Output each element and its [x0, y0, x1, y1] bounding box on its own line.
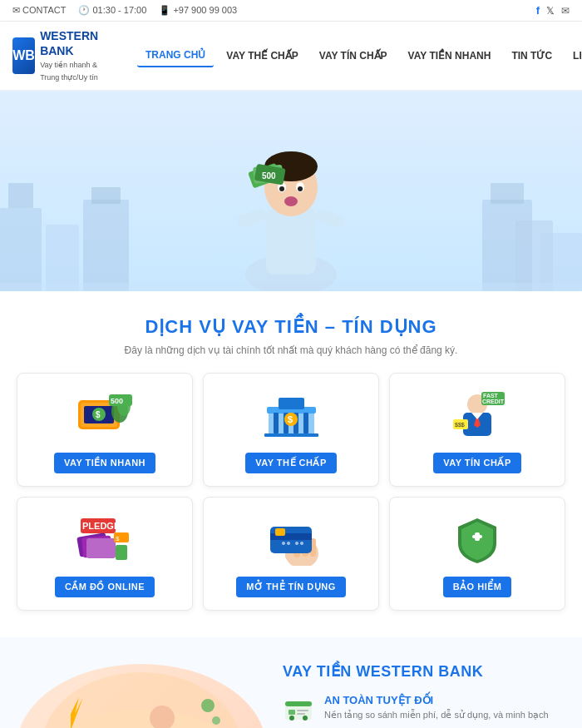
svg-rect-111 [297, 713, 305, 715]
top-bar: ✉ CONTACT 🕐 01:30 - 17:00 📱 +97 900 99 0… [0, 0, 582, 22]
nav-lien-he[interactable]: LIÊN HỆ [565, 45, 582, 67]
svg-rect-3 [46, 225, 79, 291]
svg-rect-44 [264, 433, 318, 437]
social-mail[interactable]: ✉ [561, 5, 570, 17]
service-icon-mo-the-tin-dung [258, 510, 324, 568]
svg-text:PLEDGE: PLEDGE [82, 521, 120, 531]
nav-trang-chu[interactable]: TRANG CHỦ [137, 44, 214, 67]
hours-label: 🕐 01:30 - 17:00 [78, 5, 146, 16]
social-tw[interactable]: 𝕏 [546, 5, 555, 17]
hero-person-illustration: 500 [220, 100, 362, 291]
service-icon-vay-tien-nhanh: $ 500 [72, 386, 138, 444]
svg-rect-12 [266, 208, 316, 275]
svg-rect-59 [86, 538, 116, 558]
svg-point-19 [284, 196, 298, 206]
svg-rect-20 [236, 207, 268, 229]
service-card-vay-tin-chap[interactable]: FAST CREDIT $$$ VAY TÍN CHẤP [389, 373, 565, 487]
btn-vay-the-chap[interactable]: VAY THẾ CHẤP [245, 453, 337, 473]
svg-text:500: 500 [111, 397, 123, 405]
svg-text:$$$: $$$ [455, 422, 465, 428]
nav-vay-the-chap[interactable]: VAY THẾ CHẤP [218, 45, 306, 67]
service-card-cam-do-online[interactable]: PLEDGE $ CẦM ĐỒ ONLINE [17, 497, 193, 611]
svg-rect-78 [476, 533, 479, 540]
svg-point-71 [282, 542, 285, 545]
svg-text:$: $ [96, 410, 101, 419]
features-illustration [17, 664, 266, 728]
social-fb[interactable]: f [536, 4, 540, 17]
svg-text:500: 500 [262, 171, 276, 181]
svg-rect-2 [8, 183, 33, 208]
top-bar-right: f 𝕏 ✉ [536, 4, 570, 17]
nav-tin-tuc[interactable]: TIN TỨC [503, 45, 560, 67]
logo-icon: WB [12, 37, 35, 74]
svg-point-103 [201, 699, 215, 712]
btn-bao-hiem[interactable]: BẢO HIỂM [443, 577, 512, 597]
svg-rect-9 [540, 233, 582, 291]
svg-rect-109 [289, 710, 295, 715]
btn-vay-tien-nhanh[interactable]: VAY TIỀN NHANH [54, 453, 155, 473]
services-title: DỊCH VỤ VAY TIỀN – TÍN DỤNG [17, 316, 565, 338]
svg-point-104 [212, 716, 220, 725]
feature-text-an-toan: AN TOÀN TUYỆT ĐỐI Nền tảng so sánh miễn … [324, 694, 549, 721]
svg-text:FAST: FAST [483, 393, 499, 399]
section-services: DỊCH VỤ VAY TIỀN – TÍN DỤNG Đây là những… [0, 291, 582, 637]
service-card-bao-hiem[interactable]: BẢO HIỂM [389, 497, 565, 611]
svg-point-112 [289, 716, 294, 721]
svg-rect-62 [116, 545, 127, 560]
svg-rect-38 [274, 413, 279, 433]
svg-rect-4 [83, 200, 129, 291]
service-icon-cam-do-online: PLEDGE $ [72, 510, 138, 568]
section-features: VAY TIỀN WESTERN BANK AN TOÀN TUYỆT ĐỐI … [0, 637, 582, 728]
features-title: VAY TIỀN WESTERN BANK [283, 662, 565, 681]
nav-links: TRANG CHỦ VAY THẾ CHẤP VAY TÍN CHẤP VAY … [137, 44, 582, 67]
svg-text:CREDIT: CREDIT [482, 399, 505, 404]
svg-text:$: $ [288, 414, 293, 424]
service-icon-vay-tin-chap: FAST CREDIT $$$ [444, 386, 510, 444]
svg-point-113 [303, 716, 308, 721]
nav-vay-tin-chap[interactable]: VAY TÍN CHẤP [311, 45, 396, 67]
svg-point-18 [298, 186, 303, 191]
svg-point-17 [279, 186, 284, 191]
service-card-mo-the-tin-dung[interactable]: MỞ THẺ TÍN DỤNG [203, 497, 379, 611]
svg-rect-7 [491, 183, 524, 204]
svg-rect-41 [303, 413, 308, 433]
svg-point-74 [300, 542, 303, 545]
svg-rect-37 [279, 398, 304, 409]
btn-mo-the-tin-dung[interactable]: MỞ THẺ TÍN DỤNG [236, 577, 346, 597]
phone-label[interactable]: 📱 +97 900 99 003 [159, 5, 237, 16]
svg-rect-108 [285, 701, 312, 706]
nav-vay-tien-nhanh[interactable]: VAY TIỀN NHANH [400, 45, 500, 67]
svg-point-73 [295, 542, 298, 545]
service-card-vay-tien-nhanh[interactable]: $ 500 VAY TIỀN NHANH [17, 373, 193, 487]
btn-vay-tin-chap[interactable]: VAY TÍN CHẤP [433, 453, 521, 473]
contact-label[interactable]: ✉ CONTACT [12, 5, 66, 16]
features-content: VAY TIỀN WESTERN BANK AN TOÀN TUYỆT ĐỐI … [283, 662, 565, 728]
logo[interactable]: WB WESTERN BANK Vay tiền nhanh & Trung t… [12, 28, 112, 83]
svg-text:$: $ [116, 535, 120, 542]
services-subtitle: Đây là những dịch vụ tài chính tốt nhất … [17, 344, 565, 356]
svg-rect-21 [314, 207, 346, 229]
navbar: WB WESTERN BANK Vay tiền nhanh & Trung t… [0, 22, 582, 92]
svg-rect-70 [275, 528, 285, 536]
svg-point-72 [287, 542, 290, 545]
svg-rect-5 [91, 187, 121, 204]
btn-cam-do-online[interactable]: CẦM ĐỒ ONLINE [55, 577, 155, 597]
hero-section: 500 [0, 92, 582, 291]
svg-rect-110 [297, 710, 308, 711]
services-grid-bottom: PLEDGE $ CẦM ĐỒ ONLINE [17, 497, 565, 611]
feature-item-an-toan: AN TOÀN TUYỆT ĐỐI Nền tảng so sánh miễn … [283, 694, 565, 726]
top-bar-left: ✉ CONTACT 🕐 01:30 - 17:00 📱 +97 900 99 0… [12, 5, 237, 16]
service-card-vay-the-chap[interactable]: $ VAY THẾ CHẤP [203, 373, 379, 487]
service-icon-bao-hiem [444, 510, 510, 568]
svg-rect-1 [0, 208, 42, 291]
logo-text: WESTERN BANK Vay tiền nhanh & Trung thực… [40, 28, 112, 83]
service-icon-vay-the-chap: $ [258, 386, 324, 444]
services-grid-top: $ 500 VAY TIỀN NHANH [17, 373, 565, 487]
feature-icon-an-toan [283, 694, 314, 726]
